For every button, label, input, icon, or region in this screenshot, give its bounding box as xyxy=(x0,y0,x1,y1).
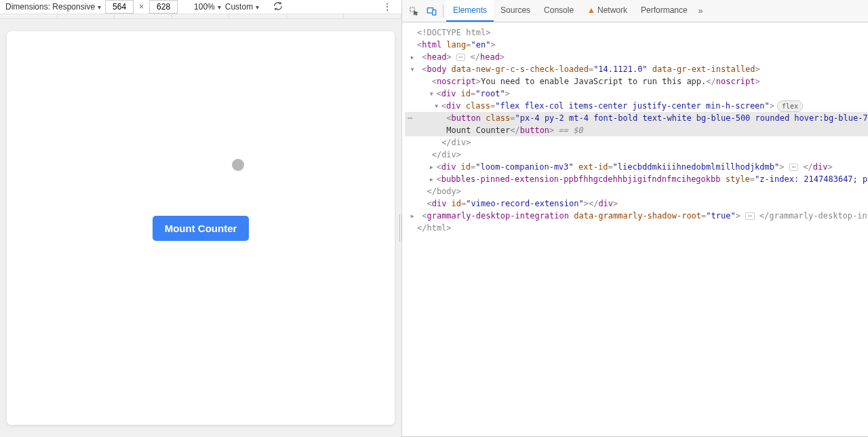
rotate-icon[interactable] xyxy=(273,1,283,14)
ruler xyxy=(0,14,401,19)
dom-line[interactable]: <div id="vimeo-record-extension"></div> xyxy=(405,197,868,210)
cursor-indicator xyxy=(232,159,244,171)
dom-line[interactable]: ▾<div class="flex flex-col items-center … xyxy=(405,100,868,112)
dom-line-selected[interactable]: ⋯ <button class="px-4 py-2 mt-4 font-bol… xyxy=(405,112,868,124)
dimension-separator: × xyxy=(138,2,145,12)
dom-line[interactable]: <!DOCTYPE html> xyxy=(405,26,868,39)
height-input[interactable] xyxy=(149,0,178,14)
dom-line[interactable]: ▸ <grammarly-desktop-integration data-gr… xyxy=(405,210,868,222)
dom-line[interactable]: </div> xyxy=(405,149,868,161)
preview-area: Mount Counter xyxy=(0,19,401,437)
dom-line[interactable]: <html lang="en"> xyxy=(405,39,868,51)
dom-line[interactable]: ▸<div id="loom-companion-mv3" ext-id="li… xyxy=(405,161,868,173)
device-toolbar: Dimensions: Responsive × 100% Custom ⋮ xyxy=(0,0,401,14)
dom-line[interactable]: ▸<bubbles-pinned-extension-ppbfhhgcdehhb… xyxy=(405,173,868,185)
inspect-element-icon[interactable] xyxy=(405,2,422,20)
resize-handle[interactable] xyxy=(399,214,403,242)
toolbar-divider xyxy=(443,5,443,17)
dimensions-dropdown[interactable]: Dimensions: Responsive xyxy=(5,2,101,12)
dom-line[interactable]: ▾<div id="root"> xyxy=(405,88,868,100)
dom-line[interactable]: </div> xyxy=(405,136,868,149)
dom-line[interactable]: ▾ <body data-new-gr-c-s-check-loaded="14… xyxy=(405,63,868,75)
devtools-tabs: Elements Sources Console ▲Network Perfor… xyxy=(446,0,707,22)
tab-network[interactable]: ▲Network xyxy=(580,0,634,22)
zoom-dropdown[interactable]: 100% xyxy=(194,2,221,12)
devtools-panel: Elements Sources Console ▲Network Perfor… xyxy=(402,0,868,437)
dom-line-selected[interactable]: Mount Counter</button>== $0 xyxy=(405,124,868,136)
preview-frame: Mount Counter xyxy=(7,31,395,425)
warning-icon: ▲ xyxy=(587,5,595,15)
throttle-dropdown[interactable]: Custom xyxy=(225,2,259,12)
tab-sources[interactable]: Sources xyxy=(494,0,537,22)
device-toggle-icon[interactable] xyxy=(422,2,440,20)
device-preview-panel: Dimensions: Responsive × 100% Custom ⋮ M… xyxy=(0,0,402,437)
devtools-toolbar: Elements Sources Console ▲Network Perfor… xyxy=(402,0,868,22)
width-input[interactable] xyxy=(105,0,134,14)
tab-performance[interactable]: Performance xyxy=(634,0,694,22)
devtools-window: Dimensions: Responsive × 100% Custom ⋮ M… xyxy=(0,0,868,437)
dom-line[interactable]: <noscript>You need to enable JavaScript … xyxy=(405,75,868,88)
mount-counter-button[interactable]: Mount Counter xyxy=(153,216,250,241)
svg-rect-2 xyxy=(432,10,435,15)
dom-tree[interactable]: <!DOCTYPE html> <html lang="en"> ▸ <head… xyxy=(402,22,868,436)
dom-line[interactable]: </body> xyxy=(405,185,868,197)
kebab-menu-icon[interactable]: ⋮ xyxy=(378,1,396,12)
tabs-overflow-icon[interactable]: » xyxy=(694,6,707,16)
tab-console[interactable]: Console xyxy=(537,0,580,22)
tab-elements[interactable]: Elements xyxy=(446,0,494,22)
dom-line[interactable]: </html> xyxy=(405,222,868,234)
dom-line[interactable]: ▸ <head> ⋯ </head> xyxy=(405,51,868,63)
